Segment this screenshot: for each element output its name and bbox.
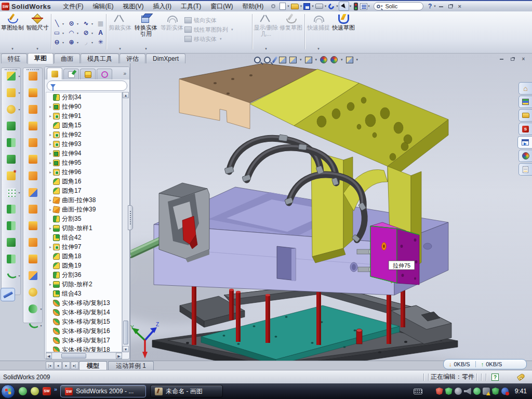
- traffic-light-icon[interactable]: [354, 3, 358, 10]
- dropdown-arrow-icon[interactable]: ▾: [317, 46, 320, 52]
- print-button[interactable]: [315, 4, 323, 9]
- dropdown-arrow-icon[interactable]: ▾: [77, 41, 81, 44]
- dropdown-arrow-icon[interactable]: ▾: [312, 4, 314, 8]
- tab-sketch[interactable]: 草图: [28, 53, 54, 64]
- tab-propertymanager[interactable]: [63, 69, 79, 79]
- swept-surface-button[interactable]: [29, 88, 37, 97]
- move-entities-button[interactable]: 移动实体▾: [184, 34, 251, 44]
- open-button[interactable]: [291, 4, 299, 9]
- knit-surface-button[interactable]: [29, 205, 37, 214]
- tree-item[interactable]: 组合43: [46, 289, 122, 298]
- expander-icon[interactable]: [48, 132, 53, 137]
- convert-entities-button[interactable]: 转换实体引用▾: [132, 11, 159, 53]
- expander-icon[interactable]: [48, 282, 53, 287]
- doc-minimize-button[interactable]: [497, 56, 506, 62]
- start-button[interactable]: [1, 384, 15, 398]
- zoom-fit-icon[interactable]: [254, 57, 261, 63]
- dropdown-arrow-icon[interactable]: ▾: [77, 22, 81, 25]
- fillet-button[interactable]: ▾: [7, 105, 16, 114]
- tree-item[interactable]: 拉伸94: [46, 149, 122, 158]
- tab-evaluate[interactable]: 评估: [119, 54, 145, 63]
- tree-item[interactable]: 分割35: [46, 214, 122, 223]
- fillet-surface-button[interactable]: [29, 288, 37, 297]
- offset-surface-button[interactable]: [29, 171, 37, 180]
- dropdown-arrow-icon[interactable]: ▾: [77, 31, 81, 35]
- scroll-down-icon[interactable]: ▼: [123, 346, 129, 352]
- tab-featuremanager[interactable]: [47, 68, 62, 79]
- undo-button[interactable]: [327, 2, 335, 10]
- fillet-sketch-tool[interactable]: ◞: [82, 38, 90, 46]
- dropdown-arrow-icon[interactable]: ▾: [145, 46, 147, 52]
- extend-surface-button[interactable]: [29, 221, 37, 230]
- smart-dimension-button[interactable]: 智能尺寸▾: [25, 11, 50, 53]
- tree-filter-box[interactable]: [47, 81, 127, 91]
- tab-configurationmanager[interactable]: [80, 69, 96, 79]
- tree-item[interactable]: 实体-移动/复制14: [46, 308, 122, 317]
- search-icon[interactable]: [377, 5, 380, 8]
- dropdown-arrow-icon[interactable]: ▾: [434, 4, 436, 8]
- tab-model[interactable]: 模型: [79, 361, 107, 370]
- display-style-icon[interactable]: [305, 57, 312, 63]
- quicklaunch-solidworks-icon[interactable]: SW: [43, 387, 51, 395]
- tab-scroll-next-button[interactable]: ▸: [62, 362, 70, 369]
- pattern-button[interactable]: ▾: [7, 188, 16, 197]
- boundary-surface-button[interactable]: [29, 122, 37, 130]
- menu-insert[interactable]: 插入(I): [149, 2, 176, 11]
- mirror-entities-button[interactable]: 镜向实体: [184, 16, 251, 25]
- tab-design-library[interactable]: [518, 96, 532, 108]
- restore-button[interactable]: [446, 3, 455, 10]
- dropdown-arrow-icon[interactable]: ▾: [287, 4, 289, 8]
- replace-face-button[interactable]: [29, 255, 37, 263]
- scroll-right-icon[interactable]: ▶: [116, 353, 122, 359]
- dropdown-arrow-icon[interactable]: ▾: [300, 4, 302, 8]
- menu-file[interactable]: 文件(F): [58, 2, 88, 11]
- menu-edit[interactable]: 编辑(E): [88, 2, 118, 11]
- tab-motion-study[interactable]: 运动算例 1: [108, 361, 154, 370]
- expander-icon[interactable]: [48, 104, 53, 109]
- menu-help[interactable]: 帮助(H): [238, 2, 269, 11]
- doc-close-button[interactable]: ×: [519, 56, 528, 62]
- lofted-boss-button[interactable]: [7, 138, 16, 147]
- quicklaunch-app-icon[interactable]: [31, 387, 39, 395]
- thicken-button[interactable]: ▾: [29, 304, 37, 313]
- part-cavity-block[interactable]: [159, 183, 209, 262]
- rectangle-tool[interactable]: ▭: [52, 29, 61, 37]
- close-button[interactable]: ×: [455, 3, 464, 10]
- polygon-tool[interactable]: ⊕: [67, 38, 76, 46]
- dropdown-arrow-icon[interactable]: ▾: [62, 31, 66, 35]
- filled-surface-button[interactable]: [29, 138, 37, 147]
- dropdown-arrow-icon[interactable]: ▾: [62, 41, 66, 44]
- tray-sync-icon[interactable]: [473, 388, 481, 395]
- annotation-view-icon[interactable]: [346, 57, 353, 63]
- dropdown-arrow-icon[interactable]: ▾: [315, 58, 317, 62]
- spline-tool[interactable]: ∿: [82, 20, 90, 28]
- tab-appearances[interactable]: [518, 150, 532, 162]
- menu-tools[interactable]: 工具(T): [176, 2, 206, 11]
- taskbar-button-solidworks[interactable]: SW SolidWorks 2009 - ...: [60, 385, 146, 397]
- section-view-icon[interactable]: [279, 57, 286, 63]
- minimize-button[interactable]: [436, 3, 446, 10]
- curve-button[interactable]: ▾: [7, 271, 16, 280]
- tree-item[interactable]: 切除-放样1: [46, 223, 122, 233]
- lofted-surface-button[interactable]: [29, 105, 37, 114]
- tray-volume-icon[interactable]: [464, 388, 471, 395]
- tray-update-icon[interactable]: [455, 388, 462, 395]
- tab-view-palette[interactable]: [517, 136, 532, 149]
- tab-file-explorer[interactable]: [518, 109, 532, 122]
- dropdown-arrow-icon[interactable]: ▾: [356, 58, 358, 62]
- rib-button[interactable]: [7, 221, 16, 230]
- trim-entities-button[interactable]: 剪裁实体▾: [108, 11, 132, 53]
- select-tool-button[interactable]: [339, 2, 349, 11]
- tree-item[interactable]: 拉伸96: [46, 167, 122, 177]
- tree-item[interactable]: 圆角19: [46, 261, 122, 270]
- slot-tool[interactable]: ⊖: [52, 38, 61, 46]
- delete-face-button[interactable]: [29, 238, 37, 247]
- hole-wizard-button[interactable]: [7, 171, 16, 180]
- taskbar-button-paint[interactable]: 未命名 - 画图: [150, 385, 223, 397]
- tree-item[interactable]: 拉伸97: [46, 242, 122, 251]
- tree-horizontal-scrollbar[interactable]: ◀ ▶: [46, 352, 122, 359]
- panel-splitter-handle[interactable]: [128, 205, 133, 230]
- dropdown-arrow-icon[interactable]: ▾: [91, 22, 95, 25]
- dropdown-arrow-icon[interactable]: ▾: [368, 4, 370, 8]
- expander-icon[interactable]: [48, 114, 53, 118]
